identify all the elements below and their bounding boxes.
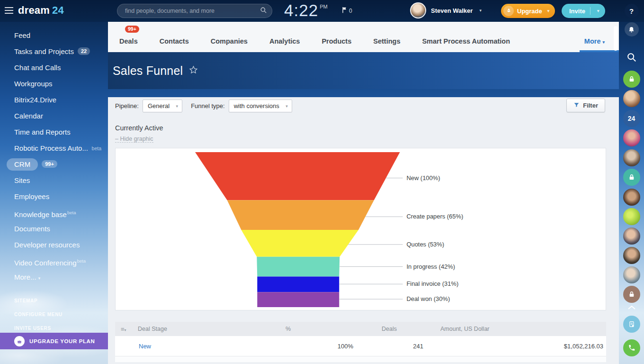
- search-icon[interactable]: [260, 7, 267, 16]
- bitrix24-badge[interactable]: 24: [623, 110, 640, 127]
- sitemap-link[interactable]: SITEMAP: [0, 294, 108, 308]
- user-menu[interactable]: Steven Walker ▾: [410, 2, 482, 18]
- deals-count-badge: 99+: [125, 26, 139, 33]
- vertical-scrollbar[interactable]: [614, 26, 617, 51]
- chevron-down-icon: ▾: [597, 9, 599, 13]
- invite-button[interactable]: Invite ▾: [562, 4, 605, 18]
- upgrade-plan-banner[interactable]: UPGRADE YOUR PLAN: [0, 333, 108, 349]
- deal-stage-table: ≡▾ Deal Stage % Deals Amount, US Dollar …: [115, 322, 606, 362]
- cell-percent: 100%: [243, 343, 354, 350]
- tasks-count-badge: 22: [78, 47, 90, 55]
- lock-icon[interactable]: [623, 169, 640, 186]
- sidebar-item-sites[interactable]: Sites: [0, 173, 108, 189]
- panel-search-icon[interactable]: [626, 51, 638, 64]
- funnel-stage-new[interactable]: [195, 152, 400, 200]
- pipeline-label: Pipeline:: [115, 102, 139, 109]
- crm-active-pill: CRM: [7, 158, 38, 171]
- chat-avatar[interactable]: [623, 189, 640, 206]
- tab-companies[interactable]: Companies: [211, 33, 248, 52]
- funnel-stage-in-progress[interactable]: [257, 257, 340, 277]
- col-amount: Amount, US Dollar: [424, 326, 606, 332]
- col-deal-stage: Deal Stage: [131, 326, 243, 332]
- funnel-stage-deal-won[interactable]: [257, 292, 339, 307]
- crown-icon: [14, 336, 25, 346]
- flag-counter[interactable]: 0: [342, 7, 352, 15]
- chat-avatar[interactable]: [623, 208, 640, 225]
- funnel-type-select[interactable]: with conversions▾: [229, 100, 292, 112]
- cell-deals: 241: [354, 343, 424, 350]
- app-logo[interactable]: dream24: [18, 4, 64, 17]
- table-row-partial: [115, 356, 606, 362]
- tab-smart-process-automation[interactable]: Smart Process Automation: [422, 33, 510, 52]
- sidebar-item-feed[interactable]: Feed: [0, 27, 108, 44]
- phone-icon[interactable]: [623, 339, 640, 356]
- beta-tag: beta: [77, 258, 86, 264]
- funnel-stage-quotes[interactable]: [241, 230, 358, 257]
- lock-icon[interactable]: [623, 71, 640, 88]
- tab-analytics[interactable]: Analytics: [269, 33, 300, 52]
- tab-more[interactable]: More▾: [580, 33, 619, 52]
- section-heading: Currently Active: [115, 124, 606, 132]
- lock-icon[interactable]: [623, 286, 640, 303]
- tab-products[interactable]: Products: [322, 33, 351, 52]
- chevron-down-icon: ▾: [602, 40, 605, 45]
- sidebar-item-video-conferencing[interactable]: Video Conferencingbeta: [0, 253, 108, 269]
- chat-avatar[interactable]: [623, 149, 640, 166]
- hide-graphic-link[interactable]: – Hide graphic: [115, 136, 153, 143]
- filter-bar: Pipeline: General▾ Funnel type: with con…: [115, 97, 606, 114]
- sidebar-item-rpa[interactable]: Robotic Process Auto...beta: [0, 140, 108, 156]
- sidebar-item-documents[interactable]: Documents: [0, 221, 108, 237]
- sidebar-item-employees[interactable]: Employees: [0, 189, 108, 205]
- sidebar-item-developer-resources[interactable]: Developer resources: [0, 237, 108, 253]
- funnel-label-in-progress: In progress (42%): [406, 263, 455, 270]
- chat-avatar[interactable]: [623, 129, 640, 146]
- sidebar-item-more[interactable]: More...▾: [0, 269, 108, 285]
- pipeline-select[interactable]: General▾: [143, 100, 182, 112]
- page-title-band: Sales Funnel: [108, 52, 619, 89]
- chevron-down-icon: ▾: [176, 104, 179, 109]
- sidebar-item-time-reports[interactable]: Time and Reports: [0, 124, 108, 140]
- main-area: 99+Deals Contacts Companies Analytics Pr…: [108, 22, 619, 364]
- funnel-stage-final-invoice[interactable]: [257, 276, 339, 292]
- chat-avatar[interactable]: [623, 228, 640, 245]
- chevron-down-icon: ▾: [38, 276, 41, 281]
- sidebar-item-workgroups[interactable]: Workgroups: [0, 76, 108, 92]
- table-row: New 100% 241 $1,052,216.03: [115, 336, 606, 356]
- user-name: Steven Walker: [431, 7, 473, 14]
- tab-contacts[interactable]: Contacts: [160, 33, 189, 52]
- stage-link-new[interactable]: New: [139, 343, 151, 350]
- table-menu-icon[interactable]: ≡▾: [115, 326, 131, 333]
- funnel-stage-create-papers[interactable]: [227, 200, 374, 230]
- chat-avatar[interactable]: [623, 266, 640, 283]
- chat-avatar[interactable]: [623, 247, 640, 264]
- notifications-bell-icon[interactable]: [625, 22, 639, 36]
- beta-tag: beta: [92, 140, 101, 156]
- search-input[interactable]: [125, 8, 260, 14]
- tab-settings[interactable]: Settings: [373, 33, 400, 52]
- favorite-star-icon[interactable]: [188, 64, 198, 78]
- sidebar-item-calendar[interactable]: Calendar: [0, 108, 108, 124]
- funnel-chart-panel: New (100%) Create papers (65%) Quotes (5…: [115, 148, 606, 310]
- global-search[interactable]: [117, 4, 272, 18]
- crm-count-badge: 99+: [42, 160, 57, 168]
- collapse-chevron-icon[interactable]: [627, 304, 636, 310]
- clock[interactable]: 4:22 PM: [284, 1, 328, 20]
- sidebar-item-chat[interactable]: Chat and Calls: [0, 60, 108, 76]
- sidebar-item-crm[interactable]: CRM99+: [0, 156, 108, 173]
- sidebar-item-knowledge-base[interactable]: Knowledge basebeta: [0, 205, 108, 221]
- help-button[interactable]: ?: [625, 4, 639, 18]
- upgrade-button[interactable]: Upgrade ▾: [501, 4, 555, 18]
- filter-button[interactable]: Filter: [566, 99, 605, 112]
- table-header-row: ≡▾ Deal Stage % Deals Amount, US Dollar: [115, 322, 606, 336]
- flag-icon: [342, 7, 347, 15]
- funnel-label-deal-won: Deal won (30%): [406, 295, 450, 302]
- tab-deals[interactable]: 99+Deals: [119, 33, 138, 52]
- hamburger-menu-icon[interactable]: [5, 7, 13, 14]
- document-panel-icon[interactable]: [623, 316, 640, 333]
- configure-menu-link[interactable]: CONFIGURE MENU: [0, 308, 108, 321]
- sidebar-item-drive[interactable]: Bitrix24.Drive: [0, 92, 108, 108]
- sidebar-item-tasks[interactable]: Tasks and Projects22: [0, 44, 108, 60]
- chat-avatar[interactable]: [623, 90, 640, 107]
- chevron-down-icon: ▾: [547, 9, 550, 13]
- top-bar: dream24 4:22 PM 0 Steven Walker ▾ Upgrad…: [0, 0, 644, 22]
